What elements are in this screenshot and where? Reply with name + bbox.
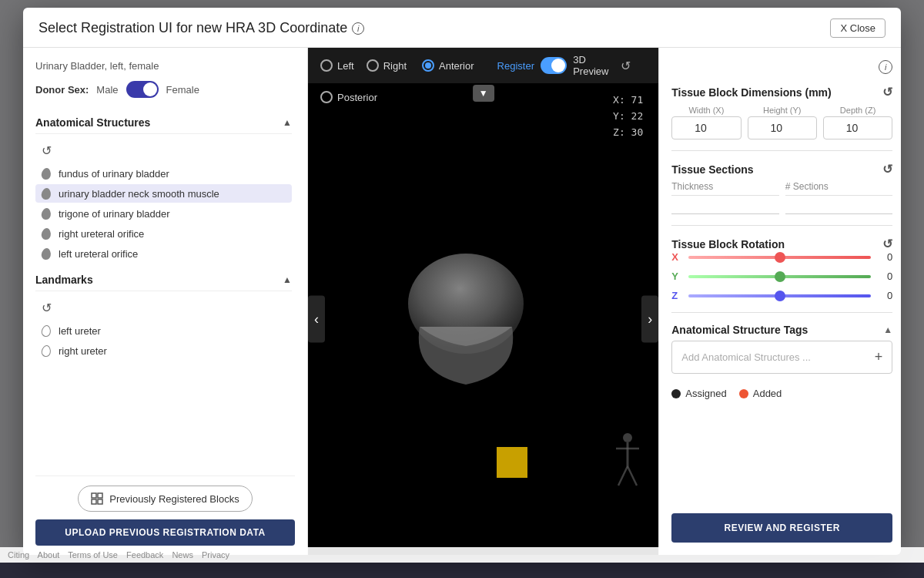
- structure-name-5: left ureteral orifice: [59, 248, 138, 260]
- landmarks-collapse-icon[interactable]: ▲: [283, 274, 292, 285]
- structure-icon-3: [40, 207, 52, 220]
- title-info-icon[interactable]: i: [352, 22, 364, 35]
- prev-blocks-button[interactable]: Previously Registered Blocks: [78, 486, 252, 512]
- left-bottom: Previously Registered Blocks UPLOAD PREV…: [35, 476, 295, 555]
- bladder-3d-model: [381, 242, 551, 396]
- tissue-sections-section: Tissue Sections ↺ Thickness # Sections: [671, 162, 892, 214]
- anterior-radio[interactable]: Anterior: [422, 59, 474, 72]
- left-radio[interactable]: Left: [320, 59, 354, 72]
- x-slider-thumb[interactable]: [775, 252, 785, 263]
- viewer-right-arrow[interactable]: ›: [641, 296, 658, 343]
- y-slider-track[interactable]: [688, 275, 871, 278]
- added-label: Added: [753, 388, 782, 399]
- svg-rect-2: [92, 499, 96, 504]
- dimensions-title: Tissue Block Dimensions (mm): [671, 86, 831, 99]
- refresh-icon[interactable]: ↺: [621, 59, 631, 73]
- sections-label: # Sections: [785, 181, 893, 196]
- footer-about[interactable]: About: [38, 550, 60, 560]
- height-input[interactable]: [748, 116, 817, 139]
- donor-sex-row: Donor Sex: Male Female: [35, 81, 295, 98]
- add-tag-icon[interactable]: +: [875, 349, 883, 365]
- structure-icon-5: [40, 247, 52, 260]
- z-slider-track[interactable]: [688, 294, 871, 297]
- anat-tags-title-row: Anatomical Structure Tags ▲: [671, 324, 892, 336]
- y-slider-thumb[interactable]: [775, 271, 785, 282]
- register-toggle[interactable]: [541, 57, 567, 74]
- tissue-sections-title-row: Tissue Sections ↺: [671, 162, 892, 176]
- right-panel: i Tissue Block Dimensions (mm) ↺ Width (…: [658, 48, 901, 555]
- structure-name-1: fundus of urinary bladder: [59, 168, 169, 180]
- tissue-sections-reset-icon[interactable]: ↺: [882, 162, 892, 176]
- left-radio-label: Left: [337, 60, 354, 72]
- structures-collapse-icon[interactable]: ▲: [283, 117, 292, 128]
- sex-toggle[interactable]: [126, 81, 159, 98]
- coord-x: X: 71: [613, 92, 643, 109]
- viewer-3d: X: 71 Y: 22 Z: 30: [308, 83, 658, 555]
- dimensions-grid: Width (X) Height (Y) Depth (Z): [671, 106, 892, 139]
- anatomical-structures-title: Anatomical Structures: [35, 116, 150, 129]
- legend-row: Assigned Added: [671, 388, 892, 399]
- z-slider-thumb[interactable]: [775, 291, 785, 301]
- dimensions-section: Tissue Block Dimensions (mm) ↺ Width (X)…: [671, 85, 892, 139]
- modal-header: Select Registration UI for new HRA 3D Co…: [23, 8, 901, 48]
- x-rotation-value: 0: [877, 251, 892, 263]
- rotation-sliders: X 0 Y 0: [671, 251, 892, 301]
- dimensions-reset-icon[interactable]: ↺: [882, 85, 892, 99]
- left-panel: Urinary Bladder, left, female Donor Sex:…: [23, 48, 308, 555]
- sex-female-option[interactable]: Female: [166, 84, 199, 96]
- rotation-reset-icon[interactable]: ↺: [882, 237, 892, 251]
- legend-added: Added: [739, 388, 782, 399]
- info-button[interactable]: i: [879, 60, 892, 74]
- x-axis-label: X: [671, 251, 682, 263]
- rotation-section: Tissue Block Rotation ↺ X 0: [671, 237, 892, 301]
- structure-item-2[interactable]: urinary bladder neck smooth muscle: [35, 184, 292, 203]
- sections-count-input[interactable]: [785, 196, 893, 214]
- anat-tags-input[interactable]: Add Anatomical Structures ... +: [671, 341, 892, 374]
- structure-name-4: right ureteral orifice: [59, 228, 144, 240]
- divider-3: [671, 312, 892, 313]
- sex-male-option[interactable]: Male: [96, 84, 118, 96]
- footer-citing[interactable]: Citing: [8, 550, 29, 560]
- svg-line-8: [618, 466, 628, 486]
- rotation-x-row: X 0: [671, 251, 892, 263]
- y-rotation-value: 0: [877, 271, 892, 282]
- landmarks-reset-icon[interactable]: ↺: [40, 299, 53, 317]
- structure-item-3[interactable]: trigone of urinary bladder: [35, 204, 292, 223]
- structure-icon-4: [40, 227, 52, 240]
- structures-reset-item[interactable]: ↺: [35, 139, 292, 163]
- assigned-dot: [671, 389, 681, 398]
- tissue-block-marker[interactable]: [497, 447, 527, 478]
- landmark-item-2[interactable]: right ureter: [35, 341, 292, 360]
- width-label: Width (X): [671, 106, 741, 115]
- prev-blocks-label: Previously Registered Blocks: [109, 493, 239, 505]
- structure-item-5[interactable]: left ureteral orifice: [35, 244, 292, 263]
- structure-item-1[interactable]: fundus of urinary bladder: [35, 164, 292, 183]
- close-button[interactable]: X Close: [830, 18, 886, 38]
- landmarks-reset-item[interactable]: ↺: [35, 296, 292, 320]
- viewer-left-arrow[interactable]: ‹: [308, 296, 325, 343]
- upload-button[interactable]: UPLOAD PREVIOUS REGISTRATION DATA: [35, 519, 295, 546]
- x-slider-track[interactable]: [688, 256, 871, 259]
- z-axis-label: Z: [671, 290, 682, 301]
- right-radio[interactable]: Right: [367, 59, 407, 72]
- divider-2: [671, 225, 892, 226]
- review-register-button[interactable]: REVIEW AND REGISTER: [671, 513, 892, 543]
- depth-input[interactable]: [823, 116, 892, 139]
- thickness-col: Thickness: [671, 181, 779, 214]
- structure-item-4[interactable]: right ureteral orifice: [35, 224, 292, 243]
- info-row: i: [671, 60, 892, 74]
- structures-reset-icon[interactable]: ↺: [40, 142, 53, 160]
- footer-news[interactable]: News: [172, 550, 193, 560]
- footer-feedback[interactable]: Feedback: [126, 550, 163, 560]
- width-input[interactable]: [671, 116, 741, 139]
- anat-tags-section: Anatomical Structure Tags ▲ Add Anatomic…: [671, 324, 892, 374]
- thickness-input[interactable]: [671, 196, 779, 214]
- footer-terms[interactable]: Terms of Use: [68, 550, 118, 560]
- anterior-radio-circle: [422, 59, 434, 72]
- footer-privacy[interactable]: Privacy: [202, 550, 229, 560]
- anterior-radio-label: Anterior: [439, 60, 474, 72]
- landmark-item-1[interactable]: left ureter: [35, 321, 292, 340]
- legend-assigned: Assigned: [671, 388, 726, 399]
- anat-tags-collapse-icon[interactable]: ▲: [883, 324, 892, 335]
- human-figure-icon: [612, 432, 643, 493]
